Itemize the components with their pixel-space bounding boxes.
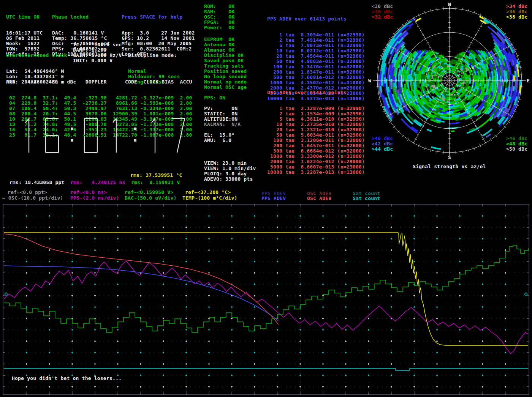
digital-clock [8,115,198,156]
rms-osc: rms: 18.433058 ppt [10,180,64,185]
compass-w: W [368,78,371,83]
clock-digit [113,118,116,153]
selftest-line: Power: OK [204,25,234,30]
dbc-legend-top-right: >34 dBc>36 dBc>38 dBc [506,4,527,20]
dbc-legend-bottom-right: >46 dBc>48 dBc>50 dBc [506,136,527,152]
adev-row: 200 tau 1.6457e-011 (n=32600) [267,143,365,148]
scale-temp: TEMP~(100 m°C/div) [182,195,237,201]
mask-line: EL: 15.0° [204,132,234,138]
pps-adev-legend: PPS ADEV [261,196,286,201]
view-block: VIEW: 23.0 minVIEW: 1.0 min/divPLOTQ: 3.… [204,161,256,182]
compass-n: N [448,2,451,7]
adev-row: 10 tau 2.2735e-010 (n=32980) [267,122,365,127]
dbc-legend-entry: >38 dBc [506,14,527,20]
dbc-legend-entry: >36 dBc [506,9,527,14]
rms-dac: rms: 0.159931 V [131,180,180,185]
help-line: GPS: 10.2 14 Nov 2001 [122,36,195,41]
help-line: App: 3.0 27 Jun 2002 [122,30,195,36]
sat-row: 02 274.8 37.1↓ 49.4 -323.98 4281.72 -3.3… [6,95,192,101]
clock-digit [84,118,97,153]
dbc-legend-entry: >30 dBc [372,9,393,14]
osc-adev-legend: OSC ADEV [307,196,331,201]
utc-status: UTC time OK [6,14,43,20]
nav-mode-line: PV: ON [204,106,238,111]
adev-row: 2000 tau 1.6224e-012 (n=29000) [267,159,365,164]
adev-row: 500 tau 6.6684e-012 (n=32000) [267,148,365,154]
receiver-status-line: Normal OSC age [204,85,247,90]
kalman-state: KALMAN: N/A [204,122,241,127]
dbc-legend-entry: >34 dBc [506,4,527,9]
loop-param-line: TC: 100.0 sec [73,42,122,47]
receiver-status-line: Tracking sats [204,63,247,69]
adev-row: 200 tau 1.8347e-011 (n=32600) [267,69,365,75]
adev-row: 1 tau 2.1287e-009 (n=32998) [267,106,365,111]
strip-chart [0,201,532,397]
dbc-legend-entry: >44 dBc [372,147,393,152]
compass-e: E [527,78,530,83]
adev-row: 1000 tau 3.3300e-012 (n=31000) [267,154,365,159]
rms-pps: rms: 4.240125 ns [70,180,125,185]
selftest-line: OSC: OK [204,14,234,20]
sat-row: 07 186.4 50.4↑ 50.3 2499.97 7631.13 -8.3… [6,106,192,111]
dbc-legend-top-left: <30 dBc>30 dBc>32 dBc [372,4,393,20]
adev-row: 100 tau 3.3476e-011 (n=32800) [267,64,365,69]
clock-digit [25,118,29,153]
selftest-line: ROM: OK [204,4,234,9]
adev-row: 2 tau 7.4914e-011 (n=32996) [267,38,365,43]
view-line: VIEW: 23.0 min [204,161,256,166]
receiver-status-line: Almanac OK [204,47,247,53]
loop-param-line: INIT: 0.000 V [73,58,122,63]
trace-dac [4,245,528,332]
osc-adev-title: OSC ADEV over 61413 points [267,90,365,95]
fix-mode: Overdetermined clock [6,53,67,58]
receiver-status-line: EEPROM OK [204,37,247,42]
scale-pps: PPS~(2.0 ns/div) [70,195,119,201]
dbc-legend-entry: >50 dBc [506,147,527,152]
status-message: Hope you didn't bet on the losers... [11,376,123,381]
discipline-title: Discipline mode: [128,53,180,58]
osc-adev-rows: 1 tau 2.1287e-009 (n=32998) 2 tau 1.1534… [267,106,365,175]
dbc-legend-entry: >48 dBc [506,141,527,147]
sat-count-legend: Sat count [353,196,380,201]
loop-param-line: GAIN:-5.000 Hz/V [73,53,122,58]
phase-status: Phase locked [52,14,110,20]
ref-pps: ref=<0.0 ns> [70,190,107,195]
selftest-block: ROM: OKRAM: OKOSC: OKFPGA: OKPower: OK [204,4,234,30]
adev-row: 5 tau 7.9073e-011 (n=32990) [267,43,365,48]
sat-table-header: PRN °AZ °EL dBc DOPPLER CODE CLOCK BIAS … [6,79,192,85]
clock-digit [152,118,155,153]
ref-dac: ref~<0.159950 V> [125,190,173,195]
trace-osc-adev [4,234,279,325]
scale-osc: ← OSC~(10.0 ppt/div) [2,195,63,201]
loop-param-line: DAMP: 1.200 [73,47,122,53]
adev-row: 50 tau 4.9883e-011 (n=32900) [267,59,365,64]
pps-adev-title: PPS ADEV over 61413 points [267,16,365,22]
rms-temp: rms: 37.539951 °C [130,173,182,178]
dbc-legend-entry: >46 dBc [506,136,527,141]
adev-row: 50 tau 5.6034e-011 (n=32900) [267,132,365,138]
dbc-legend-bottom-left: >40 dBc>42 dBc>44 dBc [372,136,393,152]
nav-mode-line: STATIC: ON [204,111,238,117]
loop-params-block: TC: 100.0 secDAMP: 1.200GAIN:-5.000 Hz/V… [73,42,122,63]
receiver-status-line: Position saved [204,69,247,74]
dbc-legend-entry: >40 dBc [372,136,393,141]
adev-row: 1 tau 8.3054e-011 (n=32998) [267,32,365,38]
mask-block: EL: 15.0°AMU: 6.0 [204,132,234,143]
adev-row: 2 tau 1.1534e-009 (n=32996) [267,111,365,117]
view-line: VIEW: 1.0 min/div [204,166,256,171]
dbc-legend-entry: >42 dBc [372,141,393,147]
plot-center-marker [5,293,8,296]
plot-center-marker [524,293,527,296]
dbc-legend-entry: <30 dBc [372,4,393,9]
trace-sat-count [4,369,528,370]
sat-row: 04 229.0 32.7↓ 47.5 -2736.27 8961.66 -1.… [6,101,192,106]
adev-row: 5 tau 4.3811e-010 (n=32990) [267,117,365,122]
adev-row: 10 tau 8.0212e-011 (n=32980) [267,48,365,54]
receiver-status-line: Antenna OK [204,42,247,47]
compass-s: S [448,154,451,160]
scale-dac: DAC~(50.0 uV/div) [125,195,176,201]
clock-digit [46,118,59,153]
mask-line: AMU: 6.0 [204,138,234,143]
lady-heather-screen: UTC time OK 16:01:17 UTC06 Feb 2011Week:… [0,0,532,397]
receiver-status-line: Saved posn OK [204,58,247,63]
